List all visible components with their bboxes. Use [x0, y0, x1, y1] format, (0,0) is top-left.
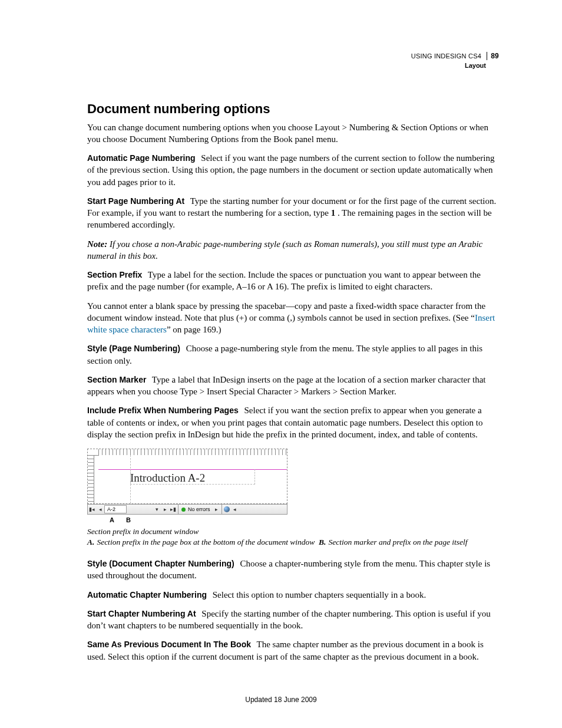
term-style-page-numbering: Style (Page Numbering) — [87, 344, 180, 353]
page-title: Document numbering options — [87, 100, 499, 118]
term-style-doc-chapter: Style (Document Chapter Numbering) — [87, 559, 234, 568]
body-section-marker: Type a label that InDesign inserts on th… — [87, 375, 486, 396]
figure-frame: Introduction A-2 — [87, 449, 287, 504]
first-page-icon[interactable]: ▮◂ — [88, 506, 96, 513]
section-prefix-extra: You cannot enter a blank space by pressi… — [87, 300, 499, 336]
caption-title: Section prefix in document window — [87, 527, 199, 536]
caption-text-a: Section prefix in the page box at the bo… — [97, 538, 315, 546]
running-head: USING INDESIGN CS4 89 Layout — [87, 52, 499, 70]
page-number: 89 — [487, 52, 499, 60]
section-prefix-extra-b: ” on page 169.) — [167, 325, 221, 334]
status-dot-icon — [181, 508, 186, 512]
item-auto-chapter-numbering: Automatic Chapter Numbering Select this … — [87, 589, 499, 601]
item-same-as-previous: Same As Previous Document In The Book Th… — [87, 638, 499, 663]
term-start-page-numbering: Start Page Numbering At — [87, 196, 184, 206]
item-section-prefix: Section Prefix Type a label for the sect… — [87, 269, 499, 293]
page-box[interactable]: A-2 — [104, 505, 127, 513]
next-page-icon[interactable]: ▸ — [161, 506, 169, 513]
note-body: If you chose a non-Arabic page-numbering… — [87, 239, 482, 261]
note-label: Note: — [87, 239, 107, 249]
page: USING INDESIGN CS4 89 Layout Document nu… — [0, 0, 562, 728]
running-source: USING INDESIGN CS4 — [411, 52, 481, 60]
term-auto-page-numbering: Automatic Page Numbering — [87, 153, 196, 163]
term-same-as-previous: Same As Previous Document In The Book — [87, 640, 251, 649]
item-style-page-numbering: Style (Page Numbering) Choose a page-num… — [87, 342, 499, 367]
intro-paragraph: You can change document numbering option… — [87, 121, 499, 146]
no-errors-label: No errors — [188, 506, 210, 513]
item-start-page-numbering: Start Page Numbering At Type the startin… — [87, 195, 499, 231]
preflight-menu-icon[interactable]: ▸ — [213, 506, 221, 513]
running-section: Layout — [87, 61, 499, 70]
body-auto-chapter-numbering: Select this option to number chapters se… — [213, 590, 426, 599]
ruler-top — [98, 449, 287, 455]
open-icon[interactable]: ◂ — [231, 506, 239, 513]
figure-key-labels: A B — [87, 515, 287, 524]
item-auto-page-numbering: Automatic Page Numbering Select if you w… — [87, 152, 499, 188]
caption-key-a: A. — [87, 538, 94, 546]
dropdown-icon[interactable]: ▾ — [153, 506, 161, 513]
figure-page-text: Introduction A-2 — [130, 470, 205, 486]
caption-text-b: Section marker and prefix on the page it… — [328, 538, 467, 546]
prev-page-icon[interactable]: ◂ — [96, 506, 104, 513]
figure-caption: Section prefix in document window A.Sect… — [87, 526, 499, 547]
globe-icon[interactable] — [224, 506, 230, 512]
term-include-prefix: Include Prefix When Numbering Pages — [87, 406, 239, 415]
figure-label-a: A — [110, 516, 114, 525]
note-paragraph: Note: If you chose a non-Arabic page-num… — [87, 238, 499, 262]
body-section-prefix: Type a label for the section. Include th… — [87, 270, 481, 291]
section-prefix-extra-a: You cannot enter a blank space by pressi… — [87, 301, 485, 322]
item-section-marker: Section Marker Type a label that InDesig… — [87, 374, 499, 398]
ruler-left — [88, 455, 94, 503]
caption-key-b: B. — [319, 538, 326, 546]
term-auto-chapter-numbering: Automatic Chapter Numbering — [87, 590, 207, 599]
item-include-prefix: Include Prefix When Numbering Pages Sele… — [87, 404, 499, 440]
item-start-chapter-numbering: Start Chapter Numbering At Specify the s… — [87, 608, 499, 632]
last-page-icon[interactable]: ▸▮ — [169, 506, 177, 513]
separator-icon — [178, 505, 178, 514]
figure-section-prefix: Introduction A-2 ▮◂ ◂ A-2 ▾ ▸ ▸▮ No erro… — [87, 449, 287, 524]
footer-updated: Updated 18 June 2009 — [0, 695, 562, 704]
term-section-marker: Section Marker — [87, 375, 146, 384]
figure-statusbar: ▮◂ ◂ A-2 ▾ ▸ ▸▮ No errors ▸ ◂ — [87, 504, 287, 515]
term-section-prefix: Section Prefix — [87, 270, 142, 279]
item-style-doc-chapter: Style (Document Chapter Numbering) Choos… — [87, 558, 499, 582]
preflight-status[interactable]: No errors — [179, 506, 213, 513]
term-start-chapter-numbering: Start Chapter Numbering At — [87, 609, 196, 618]
figure-label-b: B — [126, 516, 131, 525]
separator-icon-2 — [222, 505, 222, 514]
